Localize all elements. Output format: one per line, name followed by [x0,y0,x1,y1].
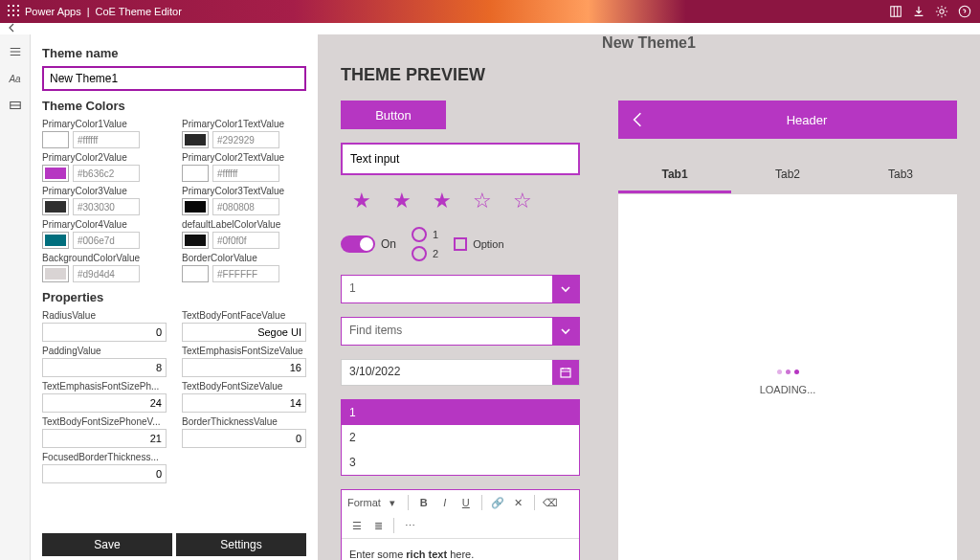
fit-icon[interactable] [888,4,903,19]
list-number-icon[interactable]: ≣ [368,517,388,534]
clear-icon[interactable]: ⌫ [541,494,560,511]
underline-icon[interactable]: U [457,494,476,511]
preview-rating[interactable]: ★ ★ ★ ☆ ☆ [341,189,580,213]
star-empty-icon[interactable]: ☆ [473,189,492,213]
svg-rect-6 [8,14,10,16]
color-swatch[interactable] [42,131,69,148]
theme-name-input[interactable] [42,66,306,91]
preview-button[interactable]: Button [341,101,446,129]
color-swatch[interactable] [182,265,209,282]
loading-dots-icon [777,370,799,374]
properties-label: Properties [42,290,306,304]
unlink-icon[interactable]: ✕ [509,494,528,511]
toggle-label: On [381,237,396,251]
more-icon[interactable]: ⋯ [400,517,419,534]
preview-checkbox[interactable] [454,237,467,251]
link-icon[interactable]: 🔗 [488,494,507,511]
preview-text-input[interactable] [341,143,580,175]
prop-input[interactable] [42,323,167,342]
subheader [0,23,980,34]
color-swatch[interactable] [42,198,69,215]
prop-input[interactable] [42,393,167,413]
color-label: BackgroundColorValue [42,253,167,263]
prop-label: TextBodyFontFaceValue [182,310,306,321]
color-label: PrimaryColor2TextValue [182,152,306,163]
star-filled-icon[interactable]: ★ [392,189,412,213]
star-empty-icon[interactable]: ☆ [513,189,532,213]
color-swatch[interactable] [182,131,209,148]
help-icon[interactable] [957,4,972,19]
hex-input[interactable] [212,131,279,148]
rte-body[interactable]: Enter some rich text here. [342,539,579,560]
rail-theme-icon[interactable] [6,96,25,115]
calendar-icon[interactable] [552,360,579,385]
prop-input[interactable] [182,393,306,413]
star-filled-icon[interactable]: ★ [352,189,371,213]
back-icon[interactable] [8,22,17,35]
preview-toggle[interactable] [341,235,375,253]
theme-name-label: Theme name [42,46,306,60]
color-swatch[interactable] [42,265,69,282]
prop-input[interactable] [182,323,306,342]
back-icon[interactable] [618,111,657,128]
svg-point-10 [940,10,944,13]
color-swatch[interactable] [42,165,69,182]
color-swatch[interactable] [182,165,209,182]
preview-datepicker[interactable]: 3/10/2022 [341,359,580,386]
star-filled-icon[interactable]: ★ [433,189,452,213]
list-item[interactable]: 3 [342,450,579,475]
hex-input[interactable] [73,198,140,215]
preview-dropdown[interactable]: 1 [341,275,580,303]
hex-input[interactable] [73,131,140,148]
color-label: PrimaryColor3TextValue [182,186,306,196]
svg-rect-3 [8,10,10,11]
rail-text-icon[interactable]: Aa [6,69,25,88]
list-item[interactable]: 2 [342,425,579,450]
settings-button[interactable]: Settings [176,533,306,556]
color-label: defaultLabelColorValue [182,219,306,230]
prop-input[interactable] [182,429,306,448]
tab[interactable]: Tab1 [618,158,731,193]
color-swatch[interactable] [42,232,69,249]
rail-tree-icon[interactable] [6,42,25,61]
color-label: PrimaryColor4Value [42,219,167,230]
bold-icon[interactable]: B [414,494,434,511]
hex-input[interactable] [212,198,279,215]
hex-input[interactable] [212,232,279,249]
list-item[interactable]: 1 [342,400,579,425]
left-rail: Aa [0,34,31,560]
svg-rect-4 [12,10,14,11]
download-icon[interactable] [911,4,926,19]
save-button[interactable]: Save [42,533,172,556]
preview-listbox[interactable]: 123 [341,399,580,476]
hex-input[interactable] [212,265,279,282]
color-swatch[interactable] [182,232,209,249]
italic-icon[interactable]: I [435,494,455,511]
prop-input[interactable] [42,464,167,483]
chevron-down-icon[interactable]: ▾ [383,494,402,511]
preview-titlebar: New Theme1 [341,34,957,48]
color-label: PrimaryColor1TextValue [182,119,306,129]
preview-richtext[interactable]: Format ▾ B I U 🔗 ✕ ⌫ ☰ ≣ [341,489,580,560]
chevron-down-icon[interactable] [552,318,579,345]
svg-rect-8 [17,14,19,16]
rte-format[interactable]: Format [347,497,381,508]
gear-icon[interactable] [934,4,949,19]
color-swatch[interactable] [182,198,209,215]
chevron-down-icon[interactable] [552,276,579,302]
prop-input[interactable] [42,429,167,448]
waffle-icon[interactable] [8,5,19,18]
preview-radio-2[interactable] [412,246,427,261]
prop-label: FocusedBorderThickness... [42,452,167,462]
prop-input[interactable] [42,358,167,377]
hex-input[interactable] [73,165,140,182]
tab[interactable]: Tab3 [844,158,957,193]
preview-combobox[interactable]: Find items [341,317,580,346]
hex-input[interactable] [73,265,140,282]
tab[interactable]: Tab2 [731,158,844,193]
hex-input[interactable] [212,165,279,182]
preview-radio-1[interactable] [412,227,427,242]
prop-input[interactable] [182,358,306,377]
list-bullet-icon[interactable]: ☰ [347,517,367,534]
hex-input[interactable] [73,232,140,249]
